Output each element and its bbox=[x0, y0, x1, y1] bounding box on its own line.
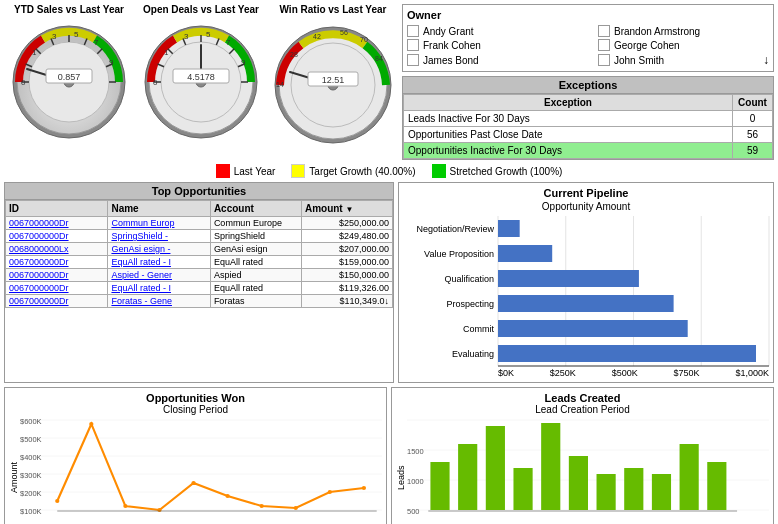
pipeline-x-axis: $0K $250K $500K $750K $1,000K bbox=[403, 368, 769, 378]
legend-color-0 bbox=[216, 164, 230, 178]
pipeline-x-2: $500K bbox=[612, 368, 638, 378]
owner-item-0[interactable]: Andy Grant bbox=[407, 25, 578, 37]
owner-item-2[interactable]: Frank Cohen bbox=[407, 39, 578, 51]
opps-won-point-9 bbox=[362, 486, 366, 490]
opps-name-2[interactable]: GenAsi esign - bbox=[108, 243, 210, 256]
exceptions-title: Exceptions bbox=[403, 77, 773, 94]
pipeline-x-4: $1,000K bbox=[735, 368, 769, 378]
opps-won-subtitle: Closing Period bbox=[9, 404, 382, 415]
owner-item-3[interactable]: George Cohen bbox=[598, 39, 769, 51]
opps-account-0: Commun Europe bbox=[210, 217, 301, 230]
leads-subtitle: Lead Creation Period bbox=[396, 404, 769, 415]
opps-id-1[interactable]: 0067000000Dr bbox=[6, 230, 108, 243]
leads-bar-1 bbox=[458, 444, 477, 510]
leads-bar-8 bbox=[652, 474, 671, 510]
owner-checkbox-2[interactable] bbox=[407, 39, 419, 51]
gauge-open-value: 4.5178 bbox=[187, 72, 215, 82]
opps-name-0[interactable]: Commun Europ bbox=[108, 217, 210, 230]
opps-row-5: 0067000000Dr EquAll rated - I EquAll rat… bbox=[6, 282, 393, 295]
owner-item-4[interactable]: James Bond bbox=[407, 53, 578, 67]
opps-won-svg: $100K $200K $300K $400K $500K $600K bbox=[20, 419, 382, 524]
legend-item-1: Target Growth (40.00%) bbox=[291, 164, 415, 178]
owner-scroll-icon[interactable]: ↓ bbox=[763, 53, 769, 67]
opps-won-point-4 bbox=[191, 481, 195, 485]
bar-prospecting bbox=[498, 295, 674, 312]
exc-exception-0: Leads Inactive For 30 Days bbox=[404, 111, 733, 127]
exc-exception-1: Opportunities Past Close Date bbox=[404, 127, 733, 143]
svg-text:7: 7 bbox=[94, 38, 99, 47]
gauge-open-title: Open Deals vs Last Year bbox=[136, 4, 266, 15]
opps-id-0[interactable]: 0067000000Dr bbox=[6, 217, 108, 230]
pipeline-stage-3: Prospecting bbox=[403, 299, 494, 309]
opps-won-y-label: Amount bbox=[9, 419, 19, 524]
opps-col-name: Name bbox=[108, 201, 210, 217]
exc-row-0: Leads Inactive For 30 Days 0 bbox=[404, 111, 773, 127]
svg-text:0: 0 bbox=[153, 78, 158, 87]
pipeline-svg bbox=[498, 216, 769, 366]
opps-name-5[interactable]: EquAll rated - I bbox=[108, 282, 210, 295]
opps-id-5[interactable]: 0067000000Dr bbox=[6, 282, 108, 295]
opps-col-id: ID bbox=[6, 201, 108, 217]
owner-checkbox-5[interactable] bbox=[598, 54, 610, 66]
opps-row-4: 0067000000Dr Aspied - Gener Aspied $150,… bbox=[6, 269, 393, 282]
legend-row: Last Year Target Growth (40.00%) Stretch… bbox=[4, 164, 774, 178]
opps-name-4[interactable]: Aspied - Gener bbox=[108, 269, 210, 282]
opps-id-6[interactable]: 0067000000Dr bbox=[6, 295, 108, 308]
svg-text:1500: 1500 bbox=[407, 447, 424, 456]
bar-evaluating bbox=[498, 345, 756, 362]
leads-bar-3 bbox=[513, 468, 532, 510]
svg-text:7: 7 bbox=[226, 38, 231, 47]
opps-won-title: Opportunities Won bbox=[9, 392, 382, 404]
owner-item-1[interactable]: Brandon Armstrong bbox=[598, 25, 769, 37]
opps-won-line bbox=[57, 424, 364, 510]
pipeline-stage-1: Evaluating bbox=[403, 349, 494, 359]
leads-bar-4 bbox=[541, 423, 560, 510]
bar-commit bbox=[498, 320, 688, 337]
opps-amount-3: $159,000.00 bbox=[301, 256, 392, 269]
exc-col-count: Count bbox=[733, 95, 773, 111]
legend-label-1: Target Growth (40.00%) bbox=[309, 166, 415, 177]
svg-text:9: 9 bbox=[109, 58, 114, 67]
owner-checkbox-0[interactable] bbox=[407, 25, 419, 37]
svg-text:1: 1 bbox=[164, 48, 169, 57]
opps-id-4[interactable]: 0067000000Dr bbox=[6, 269, 108, 282]
gauge-win-value: 12.51 bbox=[322, 75, 345, 85]
svg-text:56: 56 bbox=[340, 29, 348, 36]
leads-bar-2 bbox=[486, 426, 505, 510]
opps-amount-2: $207,000.00 bbox=[301, 243, 392, 256]
exceptions-panel: Exceptions Exception Count Leads Inactiv… bbox=[402, 76, 774, 160]
owner-checkbox-3[interactable] bbox=[598, 39, 610, 51]
gauge-open-deals: Open Deals vs Last Year bbox=[136, 4, 266, 160]
opps-won-panel: Opportunities Won Closing Period Amount … bbox=[4, 387, 387, 524]
sort-icon[interactable]: ▼ bbox=[345, 205, 353, 214]
pipeline-title: Current Pipeline bbox=[403, 187, 769, 199]
exceptions-table: Exception Count Leads Inactive For 30 Da… bbox=[403, 94, 773, 159]
legend-label-0: Last Year bbox=[234, 166, 276, 177]
exc-exception-2: Opportunities Inactive For 30 Days bbox=[404, 143, 733, 159]
opps-amount-5: $119,326.00 bbox=[301, 282, 392, 295]
legend-color-2 bbox=[432, 164, 446, 178]
exc-col-exception: Exception bbox=[404, 95, 733, 111]
svg-text:0: 0 bbox=[21, 78, 26, 87]
leads-bar-7 bbox=[624, 468, 643, 510]
opps-account-2: GenAsi esign bbox=[210, 243, 301, 256]
leads-created-panel: Leads Created Lead Creation Period Leads… bbox=[391, 387, 774, 524]
opps-name-1[interactable]: SpringShield - bbox=[108, 230, 210, 243]
bar-qualification bbox=[498, 270, 639, 287]
pipeline-y-labels: Negotiation/Review Value Proposition Qua… bbox=[403, 216, 498, 366]
opps-name-3[interactable]: EquAll rated - I bbox=[108, 256, 210, 269]
opps-name-6[interactable]: Foratas - Gene bbox=[108, 295, 210, 308]
opps-id-3[interactable]: 0067000000Dr bbox=[6, 256, 108, 269]
owner-item-5[interactable]: John Smith bbox=[598, 54, 664, 66]
opps-won-point-8 bbox=[328, 490, 332, 494]
leads-title: Leads Created bbox=[396, 392, 769, 404]
leads-bar-5 bbox=[569, 456, 588, 510]
opps-account-5: EquAll rated bbox=[210, 282, 301, 295]
gauge-ytd-title: YTD Sales vs Last Year bbox=[4, 4, 134, 15]
top-opportunities-panel: Top Opportunities ID Name Account Amount… bbox=[4, 182, 394, 383]
owner-checkbox-4[interactable] bbox=[407, 54, 419, 66]
opps-won-point-3 bbox=[157, 508, 161, 512]
opps-id-2[interactable]: 0068000000Lx bbox=[6, 243, 108, 256]
opps-amount-1: $249,480.00 bbox=[301, 230, 392, 243]
owner-checkbox-1[interactable] bbox=[598, 25, 610, 37]
